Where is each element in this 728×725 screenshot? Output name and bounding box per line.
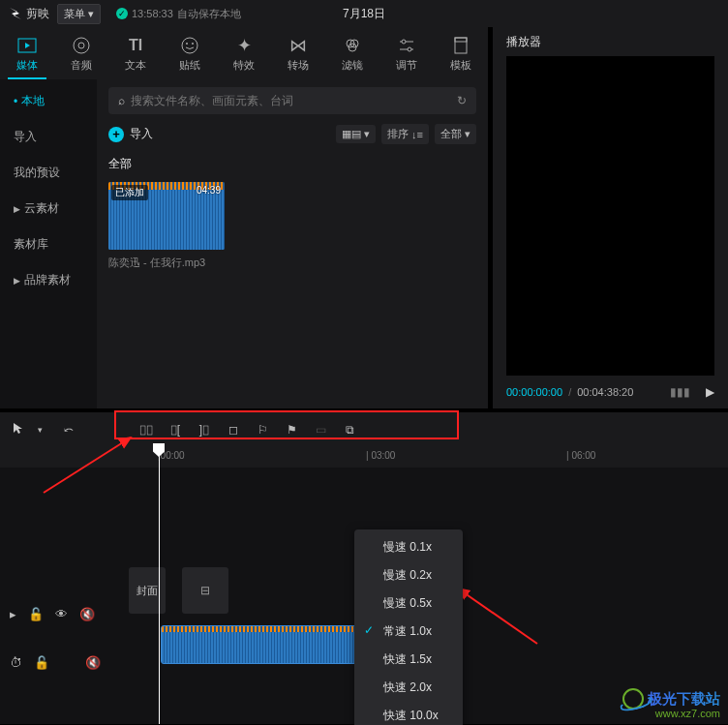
timeline-toolbar: ▾ ⤺ ⤻ ⌷⌷ ⌷[ ]⌷ ◻ ⚐ ⚑ ▭ ⧉: [0, 412, 728, 446]
speed-icon[interactable]: ⏱: [10, 655, 22, 670]
filter-dropdown[interactable]: 全部▾: [435, 124, 476, 144]
refresh-icon[interactable]: ↻: [457, 94, 467, 107]
plus-icon: +: [108, 127, 124, 142]
app-name: 剪映: [26, 6, 49, 22]
sidebar-item-brand[interactable]: ▶品牌素材: [0, 262, 97, 298]
template-icon: [453, 35, 469, 56]
flag-tool[interactable]: ⚑: [283, 423, 300, 437]
project-filename: 7月18日: [343, 6, 385, 22]
media-filename: 陈奕迅 - 任我行.mp3: [108, 256, 225, 270]
video-placeholder[interactable]: ⊟: [182, 567, 228, 614]
view-mode-dropdown[interactable]: ▦▤▾: [336, 125, 376, 143]
svg-point-1: [74, 38, 89, 53]
sidebar-item-cloud[interactable]: ▶云素材: [0, 191, 97, 227]
ruler-tick: | 03:00: [366, 450, 395, 461]
pointer-dropdown[interactable]: ▾: [31, 425, 48, 435]
track-controls: ▸ 🔓 👁 🔇 ⏱ 🔓 🔇: [0, 468, 126, 724]
svg-point-3: [182, 38, 197, 53]
sort-icon: ↓≡: [411, 129, 423, 140]
category-label: 全部: [108, 156, 476, 172]
side-nav: •本地 导入 我的预设 ▶云素材 素材库 ▶品牌素材: [0, 79, 97, 408]
timeline-ruler[interactable]: |00:00 | 03:00 | 06:00: [0, 446, 728, 468]
media-item[interactable]: 已添加 04:39 陈奕迅 - 任我行.mp3: [108, 182, 225, 270]
search-input[interactable]: [131, 94, 451, 107]
effect-icon: ✦: [237, 35, 252, 56]
search-icon: ⌕: [118, 94, 125, 107]
sticker-icon: [181, 35, 198, 56]
speed-option-1.5x[interactable]: 快速 1.5x: [354, 646, 463, 674]
svg-rect-14: [455, 38, 467, 42]
sidebar-item-local[interactable]: •本地: [0, 83, 97, 119]
content-panel: ⌕ ↻ + 导入 ▦▤▾ 排序 ↓≡: [97, 79, 488, 408]
svg-point-12: [408, 47, 411, 51]
tab-filter[interactable]: 滤镜: [325, 27, 379, 79]
added-badge: 已添加: [111, 185, 148, 200]
grid-icon: ▦▤: [342, 128, 361, 140]
search-box[interactable]: ⌕ ↻: [108, 87, 476, 114]
list-icon[interactable]: ▮▮▮: [670, 385, 690, 399]
crop-tool[interactable]: ◻: [225, 423, 242, 437]
lock-icon[interactable]: 🔓: [28, 607, 44, 621]
speed-option-1.0x[interactable]: 常速 1.0x: [354, 618, 463, 646]
speed-option-0.1x[interactable]: 慢速 0.1x: [354, 533, 463, 561]
main-area: 媒体 音频 TI 文本 贴纸 ✦ 特效 ⋈ 转场: [0, 27, 728, 408]
audio-icon: [73, 35, 90, 56]
cover-button[interactable]: 封面: [129, 567, 166, 614]
chevron-down-icon: ▾: [88, 8, 94, 20]
sidebar-item-library[interactable]: 素材库: [0, 227, 97, 262]
tab-sticker[interactable]: 贴纸: [163, 27, 217, 79]
text-icon: TI: [129, 35, 142, 56]
tab-adjust[interactable]: 调节: [379, 27, 434, 79]
time-current: 00:00:00:00: [506, 386, 562, 398]
disabled-tool-1: ▭: [312, 423, 329, 437]
speed-option-2.0x[interactable]: 快速 2.0x: [354, 674, 463, 702]
speed-option-0.2x[interactable]: 慢速 0.2x: [354, 561, 463, 589]
undo-button[interactable]: ⤺: [60, 423, 77, 437]
sort-dropdown[interactable]: 排序 ↓≡: [381, 124, 429, 144]
svg-point-2: [78, 43, 84, 48]
sidebar-item-import[interactable]: 导入: [0, 119, 97, 155]
speed-context-menu: 慢速 0.1x 慢速 0.2x 慢速 0.5x 常速 1.0x 快速 1.5x …: [354, 529, 463, 725]
mark-tool[interactable]: ⚐: [254, 423, 271, 437]
check-icon: ✓: [116, 8, 128, 19]
pointer-tool[interactable]: [10, 421, 27, 438]
speed-option-0.5x[interactable]: 慢速 0.5x: [354, 589, 463, 618]
audio-track-controls: ⏱ 🔓 🔇: [0, 639, 126, 685]
tab-template[interactable]: 模板: [434, 27, 488, 79]
mute-icon[interactable]: 🔇: [85, 655, 101, 670]
svg-point-4: [186, 43, 188, 45]
mute-icon[interactable]: 🔇: [79, 607, 95, 621]
category-tabs: 媒体 音频 TI 文本 贴纸 ✦ 特效 ⋈ 转场: [0, 27, 488, 79]
trim-left-tool[interactable]: ⌷[: [167, 423, 184, 437]
filter-icon: [344, 35, 361, 56]
playhead[interactable]: [159, 443, 160, 724]
time-total: 00:04:38:20: [577, 386, 633, 398]
menu-button[interactable]: 菜单 ▾: [57, 4, 101, 24]
audio-extract-tool[interactable]: ⧉: [341, 423, 358, 437]
app-logo: 剪映: [8, 6, 49, 22]
split-tool[interactable]: ⌷⌷: [137, 423, 155, 437]
media-icon: [17, 35, 37, 56]
video-track-controls: ▸ 🔓 👁 🔇: [0, 589, 126, 639]
tab-transition[interactable]: ⋈ 转场: [271, 27, 325, 79]
sidebar-item-presets[interactable]: 我的预设: [0, 155, 97, 191]
lock-icon[interactable]: 🔓: [34, 655, 49, 670]
media-duration: 04:39: [197, 185, 221, 196]
trim-right-tool[interactable]: ]⌷: [196, 423, 213, 437]
tab-media[interactable]: 媒体: [0, 27, 54, 79]
player-viewport[interactable]: [506, 56, 714, 376]
tab-audio[interactable]: 音频: [54, 27, 108, 79]
svg-rect-13: [455, 38, 467, 53]
media-thumbnail[interactable]: 已添加 04:39: [108, 182, 225, 250]
visibility-icon[interactable]: 👁: [55, 607, 68, 621]
tab-text[interactable]: TI 文本: [108, 27, 163, 79]
tab-effect[interactable]: ✦ 特效: [217, 27, 271, 79]
svg-point-11: [402, 40, 406, 44]
play-button[interactable]: ▶: [706, 385, 714, 399]
collapse-icon[interactable]: ▸: [10, 607, 16, 621]
player-panel: 播放器 00:00:00:00 / 00:04:38:20 ▮▮▮ ▶: [493, 27, 728, 408]
film-icon: ⊟: [200, 584, 210, 597]
import-button[interactable]: + 导入: [108, 126, 153, 142]
speed-option-10.0x[interactable]: 快速 10.0x: [354, 702, 463, 725]
adjust-icon: [398, 35, 415, 56]
